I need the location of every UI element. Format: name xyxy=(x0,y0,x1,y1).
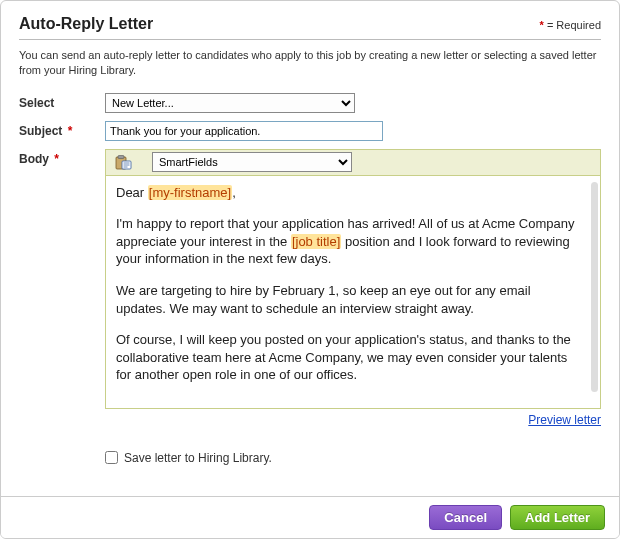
editor-toolbar: SmartFields xyxy=(106,150,600,176)
save-label: Save letter to Hiring Library. xyxy=(124,451,272,465)
body-paragraph-2: We are targeting to hire by February 1, … xyxy=(116,282,582,317)
required-legend: * = Required xyxy=(540,19,601,31)
label-body: Body * xyxy=(19,149,105,166)
dialog-footer: Cancel Add Letter xyxy=(1,496,619,538)
label-select: Select xyxy=(19,93,105,110)
row-subject: Subject * xyxy=(19,121,601,141)
page-title: Auto-Reply Letter xyxy=(19,15,153,33)
preview-row: Preview letter xyxy=(105,413,601,427)
body-greeting: Dear [my-firstname], xyxy=(116,184,582,202)
editor-scrollbar[interactable] xyxy=(591,182,598,392)
svg-rect-1 xyxy=(118,155,124,158)
save-row: Save letter to Hiring Library. xyxy=(105,451,601,465)
save-to-library-checkbox[interactable] xyxy=(105,451,118,464)
body-paragraph-3: Of course, I will keep you posted on you… xyxy=(116,331,582,384)
add-letter-button[interactable]: Add Letter xyxy=(510,505,605,530)
subject-input[interactable] xyxy=(105,121,383,141)
smartfield-token: [job title] xyxy=(291,234,341,249)
dialog-header: Auto-Reply Letter * = Required xyxy=(19,15,601,40)
intro-text: You can send an auto-reply letter to can… xyxy=(19,48,601,79)
smartfield-token: [my-firstname] xyxy=(148,185,232,200)
body-paragraph-1: I'm happy to report that your applicatio… xyxy=(116,215,582,268)
preview-letter-link[interactable]: Preview letter xyxy=(528,413,601,427)
required-star-icon: * xyxy=(54,152,59,166)
select-letter-dropdown[interactable]: New Letter... xyxy=(105,93,355,113)
row-body: Body * SmartF xyxy=(19,149,601,427)
required-star-icon: * xyxy=(68,124,73,138)
editor-body[interactable]: Dear [my-firstname], I'm happy to report… xyxy=(106,176,600,408)
row-select: Select New Letter... xyxy=(19,93,601,113)
required-legend-text: = Required xyxy=(547,19,601,31)
required-star-icon: * xyxy=(540,19,544,31)
paste-icon[interactable] xyxy=(114,154,132,170)
label-subject: Subject * xyxy=(19,121,105,138)
editor: SmartFields Dear [my-firstname], I'm hap… xyxy=(105,149,601,409)
cancel-button[interactable]: Cancel xyxy=(429,505,502,530)
smartfields-dropdown[interactable]: SmartFields xyxy=(152,152,352,172)
